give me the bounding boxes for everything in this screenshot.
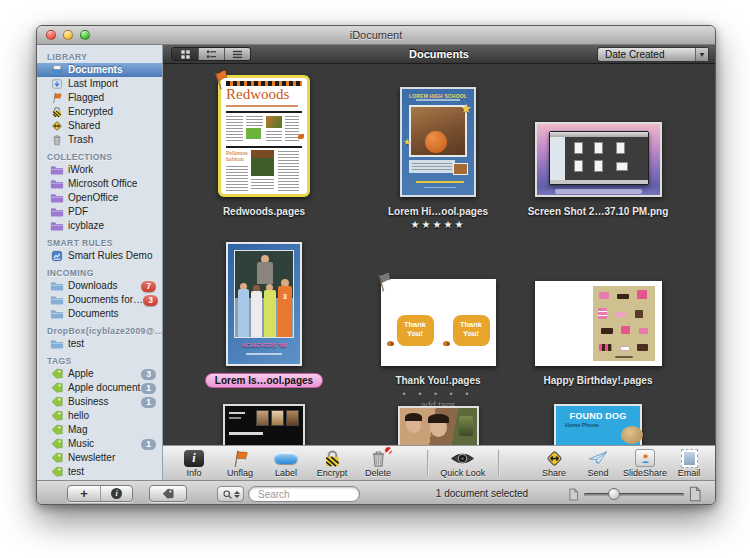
list-view-button[interactable] — [224, 48, 250, 60]
document-thumbnail[interactable] — [223, 404, 305, 445]
sidebar-tag-mag[interactable]: Mag — [37, 423, 162, 437]
sidebar-item-encrypted[interactable]: Encrypted — [37, 105, 162, 119]
email-button[interactable]: Email — [671, 446, 707, 480]
rating-stars[interactable]: ★★★★★ — [411, 219, 466, 230]
sidebar-tag-apple[interactable]: Apple 3 — [37, 367, 162, 381]
slideshare-icon — [635, 449, 655, 467]
sidebar-item-label: Flagged — [68, 91, 104, 105]
document-card-screenshot: Screen Shot 2…37.10 PM.png — [513, 72, 683, 217]
sidebar-item-documents[interactable]: Documents — [37, 63, 162, 77]
sidebar-item-label: Apple document — [68, 381, 140, 395]
sidebar-item-label: iWork — [68, 163, 93, 177]
sidebar-item-pdf[interactable]: PDF — [37, 205, 162, 219]
send-button[interactable]: Send — [577, 446, 619, 480]
thumbnail-masthead: Redwoods — [226, 86, 289, 103]
sidebar-item-smart-rules-demo[interactable]: Smart Rules Demo — [37, 249, 162, 263]
encrypt-button[interactable]: Encrypt — [309, 446, 355, 480]
sidebar-item-label: hello — [68, 409, 89, 423]
document-thumbnail[interactable]: FOUND DOG Home Phone — [554, 404, 642, 445]
document-name[interactable]: Redwoods.pages — [223, 206, 305, 217]
delete-button[interactable]: Delete — [355, 446, 401, 480]
minimize-button[interactable] — [63, 30, 73, 40]
sidebar-item-downloads[interactable]: Downloads 7 — [37, 279, 162, 293]
sidebar-tag-business[interactable]: Business 1 — [37, 395, 162, 409]
document-name-selected[interactable]: Lorem Is…ool.pages — [205, 373, 323, 388]
document-thumbnail[interactable]: 3 ACHIEVERS '08 — [226, 242, 302, 366]
toolbar-divider — [498, 450, 499, 476]
sidebar-tag-hello[interactable]: hello — [37, 409, 162, 423]
count-badge: 1 — [141, 439, 156, 450]
rating-dots[interactable]: • • • • • — [403, 389, 474, 399]
sidebar-item-test-folder[interactable]: test — [37, 337, 162, 351]
tag-icon — [50, 396, 64, 408]
document-name[interactable]: Happy Birthday!.pages — [544, 375, 653, 386]
sidebar-item-label: Documents — [68, 307, 119, 321]
sort-dropdown[interactable]: Date Created ▼ — [597, 47, 709, 62]
sidebar-item-microsoft-office[interactable]: Microsoft Office — [37, 177, 162, 191]
document-card-redwoods: Redwoods Pellenteshabitan — [179, 72, 349, 217]
sidebar-tag-music[interactable]: Music 1 — [37, 437, 162, 451]
thumbnail-title: ACHIEVERS '08 — [228, 342, 300, 348]
info-button[interactable]: i Info — [171, 446, 217, 480]
sidebar-item-label: test — [68, 465, 84, 479]
document-thumbnail[interactable] — [535, 281, 662, 366]
document-thumbnail[interactable]: LOREM HIGH SCHOOL ★ ★ — [400, 87, 476, 197]
add-info-segmented-control: + i — [67, 485, 133, 502]
folder-icon — [50, 338, 64, 350]
close-button[interactable] — [46, 30, 56, 40]
label-pill-icon — [274, 452, 298, 464]
folder-icon — [50, 308, 64, 320]
grid-view-button[interactable] — [172, 48, 198, 60]
bird-decoration — [443, 341, 450, 346]
sidebar-item-label: Shared — [68, 119, 100, 133]
document-name[interactable]: Thank You!.pages — [395, 375, 480, 386]
sidebar-item-label: PDF — [68, 205, 88, 219]
sidebar-item-flagged[interactable]: Flagged — [37, 91, 162, 105]
folder-icon — [50, 280, 64, 292]
zoom-slider-track[interactable] — [584, 493, 684, 496]
document-name[interactable]: Screen Shot 2…37.10 PM.png — [528, 206, 669, 217]
document-thumbnail[interactable]: Redwoods Pellenteshabitan — [218, 75, 310, 197]
title-bar[interactable]: iDocument — [37, 26, 715, 45]
search-input[interactable] — [248, 486, 360, 502]
tag-button[interactable] — [149, 485, 187, 502]
share-button[interactable]: Share — [531, 446, 577, 480]
large-page-icon — [688, 486, 702, 502]
add-button[interactable]: + — [68, 486, 100, 501]
zoom-button[interactable] — [80, 30, 90, 40]
sidebar-item-openoffice[interactable]: OpenOffice — [37, 191, 162, 205]
document-thumbnail[interactable] — [535, 122, 662, 197]
sidebar-item-iwork[interactable]: iWork — [37, 163, 162, 177]
zoom-slider-knob[interactable] — [608, 488, 620, 500]
info-icon: i — [184, 450, 204, 467]
detail-view-button[interactable] — [198, 48, 224, 60]
sidebar-item-shared[interactable]: Shared — [37, 119, 162, 133]
slideshare-button[interactable]: SlideShare — [619, 446, 671, 480]
sidebar-item-documents-for[interactable]: Doucments for… 3 — [37, 293, 162, 307]
sidebar-item-label: Business — [68, 395, 109, 409]
sidebar-item-last-import[interactable]: Last Import — [37, 77, 162, 91]
smart-rule-icon — [50, 250, 64, 262]
share-diamond-icon — [545, 449, 564, 468]
document-thumbnail[interactable] — [398, 406, 479, 445]
document-thumbnail[interactable]: Thank You! Thank You! — [381, 279, 496, 366]
sidebar-item-documents-incoming[interactable]: Documents — [37, 307, 162, 321]
action-toolbar: i Info Unflag Label Encrypt — [163, 445, 715, 480]
sidebar-item-label: Encrypted — [68, 105, 113, 119]
chevron-down-icon: ▼ — [695, 48, 708, 61]
sidebar-tag-test[interactable]: test — [37, 465, 162, 479]
search-scope-button[interactable] — [217, 486, 244, 502]
sidebar-tag-newsletter[interactable]: Newsletter — [37, 451, 162, 465]
prohibit-icon — [384, 446, 393, 455]
label-button[interactable]: Label — [263, 446, 309, 480]
quick-look-button[interactable]: Quick Look — [432, 446, 494, 480]
document-name[interactable]: Lorem Hi…ool.pages — [388, 206, 488, 217]
documents-folder-icon — [50, 64, 64, 76]
sidebar-tag-apple-document[interactable]: Apple document 1 — [37, 381, 162, 395]
share-diamond-icon — [50, 120, 64, 132]
sidebar-item-trash[interactable]: Trash — [37, 133, 162, 147]
count-badge: 3 — [141, 369, 156, 380]
unflag-button[interactable]: Unflag — [217, 446, 263, 480]
get-info-button[interactable]: i — [100, 486, 132, 501]
sidebar-item-icyblaze[interactable]: icyblaze — [37, 219, 162, 233]
